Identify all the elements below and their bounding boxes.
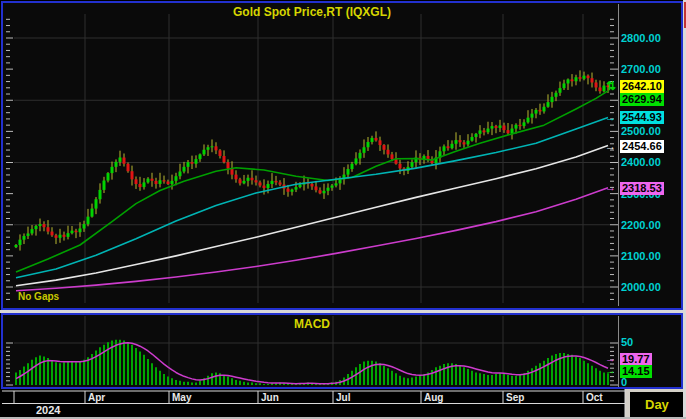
badge-ma-cyan: 2544.93: [620, 111, 664, 124]
ma-white-arrow-icon: →: [598, 140, 616, 152]
month-label-jun: Jun: [261, 392, 279, 403]
main-plot-area[interactable]: [14, 14, 610, 304]
price-axis-label-2400: 2400.00: [621, 156, 661, 168]
price-axis-label-2700: 2700.00: [621, 63, 661, 75]
macd-signal-arrow-icon: →: [598, 352, 616, 364]
macd-value-arrow-icon: →: [598, 364, 616, 376]
badge-macd-value: 14.15: [620, 365, 652, 378]
month-label-may: May: [172, 392, 191, 403]
up-down-arrow-icon: ⇅: [598, 79, 616, 93]
interval-label-day: Day: [645, 397, 669, 412]
badge-ma-green: 2629.94: [620, 93, 664, 106]
no-gaps-label: No Gaps: [18, 291, 59, 302]
price-axis-label-2100: 2100.00: [621, 250, 661, 262]
month-label-aug: Aug: [424, 392, 443, 403]
badge-ma-magenta: 2318.53: [620, 182, 664, 195]
macd-title: MACD: [14, 317, 610, 331]
macd-axis-label-50: 50: [621, 336, 633, 348]
price-axis-label-2200: 2200.00: [621, 219, 661, 231]
ma-magenta-arrow-icon: →: [598, 181, 616, 193]
badge-ma-white: 2454.66: [620, 140, 664, 153]
month-label-oct: Oct: [586, 392, 603, 403]
year-label: 2024: [36, 404, 60, 416]
badge-last-price: 2642.10: [620, 80, 664, 93]
chart-title: Gold Spot Price,RT (IQXGL): [14, 5, 610, 19]
ma-cyan-arrow-icon: →: [598, 111, 616, 123]
chart-window: Gold Spot Price,RT (IQXGL) 2800.00 2700.…: [0, 0, 686, 419]
price-axis-label-2800: 2800.00: [621, 32, 661, 44]
month-label-jul: Jul: [336, 392, 350, 403]
price-axis-label-2500: 2500.00: [621, 125, 661, 137]
price-axis-label-2000: 2000.00: [621, 281, 661, 293]
month-label-apr: Apr: [88, 392, 105, 403]
month-label-sep: Sep: [506, 392, 524, 403]
